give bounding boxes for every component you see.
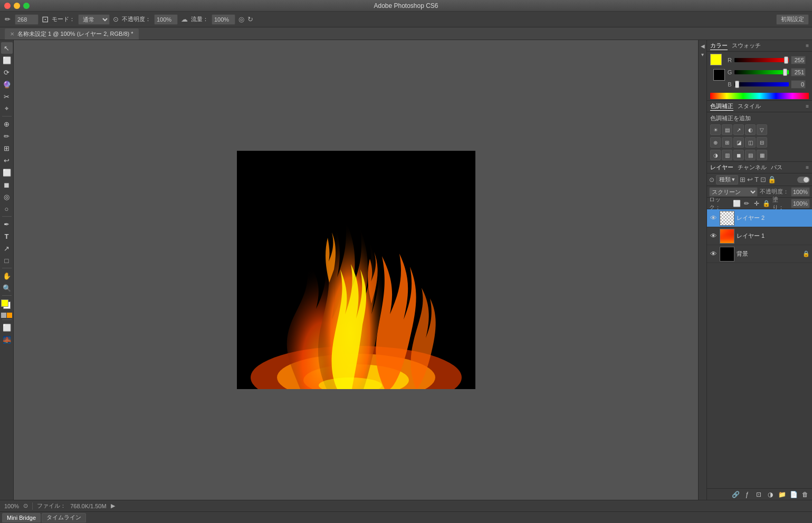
- r-slider[interactable]: [734, 58, 789, 62]
- fg-color-swatch[interactable]: [710, 54, 722, 65]
- r-value-input[interactable]: [791, 56, 806, 64]
- timeline-tab[interactable]: タイムライン: [42, 513, 86, 522]
- layer-1-visibility[interactable]: 👁: [709, 232, 718, 240]
- mode-select[interactable]: 通常: [78, 14, 110, 25]
- blur-tool[interactable]: ◎: [1, 191, 13, 202]
- filter-icon-1[interactable]: ⊞: [740, 176, 746, 183]
- lasso-tool[interactable]: ⟳: [1, 66, 13, 78]
- hue-sat-icon[interactable]: ⊕: [710, 137, 721, 148]
- style-tab[interactable]: スタイル: [738, 102, 761, 110]
- opacity-input[interactable]: [791, 187, 810, 197]
- quick-mask-mode[interactable]: [7, 313, 12, 318]
- collapse-toggle[interactable]: ◀: [699, 42, 706, 50]
- brush-size-input[interactable]: [15, 14, 39, 25]
- close-button[interactable]: [4, 3, 11, 9]
- invert-icon[interactable]: ◑: [710, 150, 721, 160]
- shape-tool[interactable]: □: [1, 255, 13, 266]
- b-slider[interactable]: [734, 82, 789, 86]
- lock-paint-btn[interactable]: ✏: [743, 199, 751, 208]
- channel-mixer-icon[interactable]: ⊟: [757, 137, 767, 148]
- levels-icon[interactable]: ▤: [722, 124, 732, 135]
- layer-2-visibility[interactable]: 👁: [709, 214, 718, 222]
- stamp-tool[interactable]: ⊞: [1, 142, 13, 154]
- path-select-tool[interactable]: ↗: [1, 243, 13, 254]
- layer-item-1[interactable]: 👁 レイヤー 1: [707, 227, 812, 245]
- color-tab[interactable]: カラー: [710, 42, 728, 50]
- layer-adjustment-btn[interactable]: ◑: [766, 490, 775, 499]
- move-tool[interactable]: ↖: [1, 42, 13, 54]
- adj-panel-menu[interactable]: ≡: [806, 103, 809, 109]
- canvas-area[interactable]: [14, 40, 698, 500]
- delete-layer-btn[interactable]: 🗑: [800, 490, 810, 499]
- preset-button[interactable]: 初期設定: [776, 14, 809, 25]
- spot-heal-tool[interactable]: ⊕: [1, 118, 13, 130]
- minimize-button[interactable]: [14, 3, 20, 9]
- r-thumb[interactable]: [784, 56, 788, 64]
- zoom-fit-icon[interactable]: ⊙: [23, 502, 28, 509]
- filter-toggle[interactable]: [797, 177, 810, 183]
- mini-bridge-tab[interactable]: Mini Bridge: [2, 513, 41, 522]
- layer-folder-btn[interactable]: 📁: [777, 490, 787, 499]
- swatches-tab[interactable]: スウォッチ: [732, 42, 761, 50]
- lock-all-btn[interactable]: 🔒: [762, 199, 770, 208]
- dodge-tool[interactable]: ○: [1, 203, 13, 215]
- pen-tool[interactable]: ✒: [1, 218, 13, 230]
- panel-option-btn[interactable]: ▾: [699, 51, 706, 58]
- brush-options-icon[interactable]: ⊡: [42, 14, 49, 24]
- bg-color-swatch[interactable]: [713, 69, 725, 81]
- text-tool[interactable]: T: [1, 230, 13, 242]
- layer-item-2[interactable]: 👁 レイヤー 2: [707, 209, 812, 227]
- channels-tab[interactable]: チャンネル: [738, 163, 767, 171]
- b-thumb[interactable]: [735, 81, 739, 88]
- mini-bridge-btn[interactable]: 🌉: [1, 334, 13, 345]
- marquee-tool[interactable]: ⬜: [1, 54, 13, 66]
- color-swatches[interactable]: [1, 299, 13, 311]
- crop-tool[interactable]: ✂: [1, 91, 13, 102]
- spectrum-bar[interactable]: [710, 93, 809, 99]
- layer-mask-btn[interactable]: ⊡: [754, 490, 763, 499]
- screen-mode-btn[interactable]: ⬜: [1, 322, 13, 333]
- filter-icon-5[interactable]: 🔒: [768, 176, 776, 183]
- standard-mode[interactable]: [1, 313, 6, 318]
- g-value-input[interactable]: [791, 68, 806, 76]
- hand-tool[interactable]: ✋: [1, 270, 13, 282]
- curves-icon[interactable]: ↗: [733, 124, 744, 135]
- layer-effect-btn[interactable]: ƒ: [742, 490, 752, 499]
- b-value-input[interactable]: [791, 80, 806, 89]
- quick-select-tool[interactable]: 🔮: [1, 79, 13, 90]
- layer-filter-dropdown[interactable]: 種類 ▾: [716, 175, 738, 185]
- layers-panel-menu[interactable]: ≡: [806, 164, 809, 170]
- filter-icon-2[interactable]: ↩: [747, 176, 753, 183]
- file-nav-btn[interactable]: ▶: [111, 502, 115, 509]
- filter-icon-4[interactable]: ⊡: [760, 176, 766, 183]
- zoom-tool[interactable]: 🔍: [1, 282, 13, 294]
- lock-transparent-btn[interactable]: ⬜: [733, 199, 741, 208]
- posterize-icon[interactable]: ▥: [722, 150, 732, 160]
- fill-value-input[interactable]: [791, 199, 810, 208]
- flow-input[interactable]: [212, 14, 235, 25]
- lock-move-btn[interactable]: ✛: [753, 199, 761, 208]
- layers-tab[interactable]: レイヤー: [710, 163, 733, 171]
- layer-link-btn[interactable]: 🔗: [731, 490, 740, 499]
- gradient-tool[interactable]: ◼: [1, 179, 13, 190]
- tab-close-icon[interactable]: ✕: [10, 31, 14, 37]
- brush-tool[interactable]: ✏: [1, 130, 13, 142]
- color-balance-icon[interactable]: ⊞: [722, 137, 732, 148]
- filter-icon-3[interactable]: T: [754, 176, 759, 183]
- document-tab[interactable]: ✕ 名称未設定 1 @ 100% (レイヤー 2, RGB/8) *: [4, 28, 139, 40]
- g-thumb[interactable]: [783, 69, 787, 76]
- bg-visibility[interactable]: 👁: [709, 250, 718, 258]
- opacity-input[interactable]: [154, 14, 178, 25]
- paths-tab[interactable]: パス: [771, 163, 782, 171]
- tone-correction-tab[interactable]: 色調補正: [710, 102, 733, 111]
- eyedropper-tool[interactable]: ⌖: [1, 103, 13, 114]
- threshold-icon[interactable]: ◼: [733, 150, 744, 160]
- bw-icon[interactable]: ◪: [733, 137, 744, 148]
- selective-color-icon[interactable]: ▦: [757, 150, 767, 160]
- eraser-tool[interactable]: ⬜: [1, 167, 13, 178]
- maximize-button[interactable]: [23, 3, 30, 9]
- canvas[interactable]: [237, 151, 475, 389]
- photo-filter-icon[interactable]: ◫: [745, 137, 756, 148]
- history-brush-tool[interactable]: ↩: [1, 154, 13, 166]
- brightness-icon[interactable]: ☀: [710, 124, 721, 135]
